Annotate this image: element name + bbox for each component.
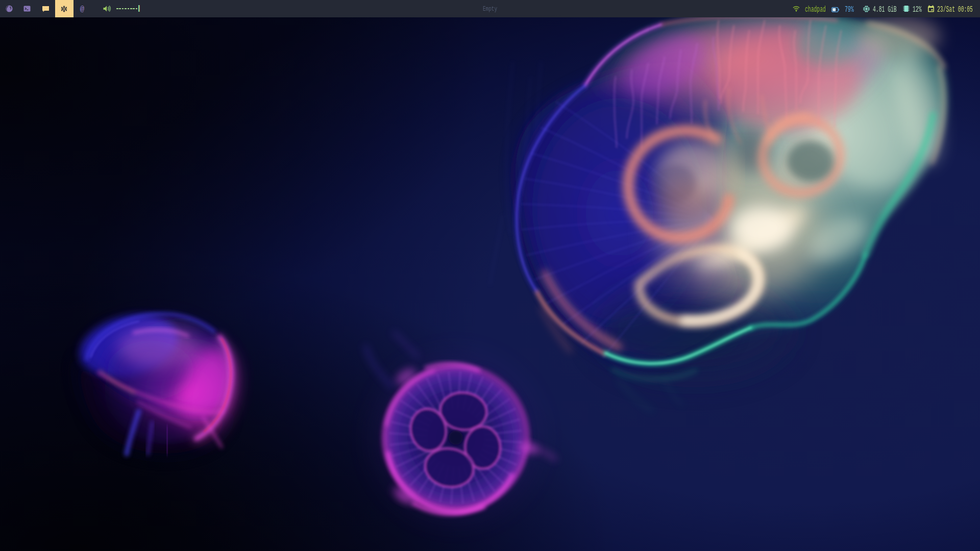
svg-text:@: @ [80,5,85,13]
